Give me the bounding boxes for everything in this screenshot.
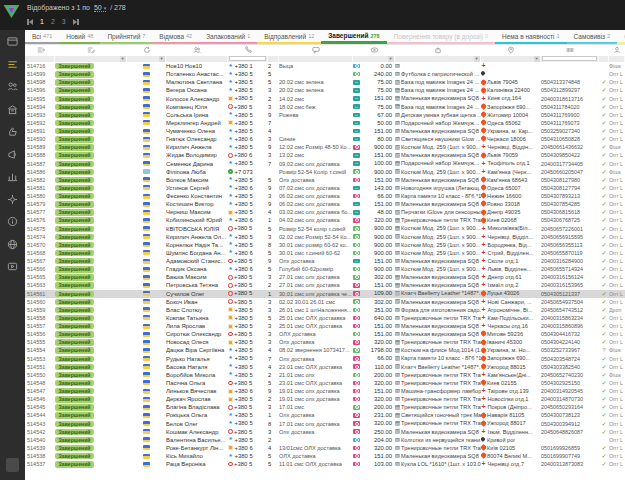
status-tab[interactable]: Відмова 42 <box>152 30 199 44</box>
order-row[interactable]: 514592 Завершений Мерклингер Андрей +380… <box>25 119 625 127</box>
order-row[interactable]: 514557 Завершений Лила Ярослав +380 5 3 … <box>25 322 625 330</box>
video-icon[interactable] <box>4 260 21 273</box>
order-row[interactable]: 514588 Завершений Жидак Володимир +380 6… <box>25 151 625 159</box>
column-check[interactable] <box>599 45 609 55</box>
globe-icon[interactable] <box>4 238 21 251</box>
order-row[interactable]: 514542 Завершений Кошмак Александр +380 … <box>25 428 625 436</box>
order-row[interactable]: 514593 Завершений Сольська Ірина +380 5 … <box>25 111 625 119</box>
status-tab[interactable]: Самовивіз 2 <box>567 30 618 44</box>
order-row[interactable]: 514539 Завершений Роке-Бетанкурт Лін... … <box>25 444 625 452</box>
order-row[interactable]: 514570 Завершений Корнелюк Надія Та... +… <box>25 241 625 249</box>
column-delivery-icon[interactable] <box>481 45 541 55</box>
column-channel-icon[interactable] <box>127 45 166 55</box>
order-row[interactable]: 514599 Завершений Потапенко Анастас... +… <box>25 70 625 78</box>
order-row[interactable]: 514568 Завершений Шумляс Богдана Ан... +… <box>25 249 625 257</box>
order-row[interactable]: 514716 Завершений Нов10 Нов10 +380 1 2 В… <box>25 62 625 70</box>
order-row[interactable]: 514547 Завершений Линьков Вячеслав +380 … <box>25 387 625 395</box>
order-row[interactable]: 514586 Завершений Філіпова Люба +7 073 Р… <box>25 168 625 176</box>
ttn-filter-input[interactable] <box>542 56 597 61</box>
first-page-button[interactable] <box>27 19 33 25</box>
order-row[interactable]: 514574 Завершений Кирилич Анжела Ол... +… <box>25 233 625 241</box>
order-row[interactable]: 514580 Завершений Фесенко Константин +38… <box>25 192 625 200</box>
clients-icon[interactable] <box>4 80 21 93</box>
order-row[interactable]: 514589 Завершений Кирилич Анжела +380 5 … <box>25 143 625 151</box>
page-number-2[interactable]: 2 <box>51 18 55 25</box>
order-row[interactable]: 514559 Завершений Влас Слотюу +380 5 3 2… <box>25 306 625 314</box>
order-row[interactable]: 514544 Завершений Рокіцька Ольга +380 5 … <box>25 411 625 419</box>
order-row[interactable]: 514550 Завершений Воробйов Микола +380 5… <box>25 371 625 379</box>
order-row[interactable]: 514548 Завершений Пасічна Ольга +380 5 5… <box>25 379 625 387</box>
order-row[interactable]: 514582 Завершений Волков Максим +380 5 5… <box>25 176 625 184</box>
order-row[interactable]: 514553 Завершений Рудько Наталья +380 5 … <box>25 355 625 363</box>
order-row[interactable]: 514561 Завершений Сучилов Олег +380 5 1 … <box>25 290 625 298</box>
order-row[interactable]: 514556 Завершений Сиротюк Олександр +380… <box>25 330 625 338</box>
stats-icon[interactable] <box>4 170 21 183</box>
column-ttn-icon[interactable] <box>541 45 599 55</box>
order-row[interactable]: 514576 Завершений Кобилинський Юрий +380… <box>25 216 625 224</box>
status-tab[interactable]: Запакований 1 <box>199 30 257 44</box>
status-tab[interactable]: Всі 471 <box>25 30 59 44</box>
column-status-icon[interactable] <box>55 45 127 55</box>
order-row[interactable]: 514538 Завершений Кісь Михайло +380 5 5 … <box>25 452 625 460</box>
order-row[interactable]: 514595 Завершений Колосок Александр +380… <box>25 95 625 103</box>
order-row[interactable]: 514551 Завершений Басова Наталя +380 5 4… <box>25 363 625 371</box>
order-row[interactable]: 514540 Завершений Валентина Василье... +… <box>25 436 625 444</box>
order-row[interactable]: 514575 Завершений КВІТОВСЬКА ЮЛІЯ +380 5… <box>25 225 625 233</box>
column-client-type-icon[interactable] <box>609 45 625 55</box>
order-row[interactable]: 514567 Завершений Адамовский Станис... +… <box>25 257 625 265</box>
status-tab[interactable]: Нема в наявності 1 <box>495 30 567 44</box>
order-row[interactable]: 514563 Завершений Петровська Тетяна +380… <box>25 281 625 289</box>
status-tab[interactable]: Прийнятий 7 <box>100 30 152 44</box>
page-size-dropdown[interactable]: 50 ▾ <box>94 4 106 12</box>
order-row[interactable]: 514587 Завершений Семенюк Дарина +380 5 … <box>25 160 625 168</box>
column-client-icon[interactable] <box>166 45 228 55</box>
filter-city-dropdown[interactable]: ▾ <box>534 56 541 62</box>
order-row[interactable]: 514546 Завершений Деркач Ярослав +380 5 … <box>25 395 625 403</box>
order-row[interactable]: 514594 Завершений Компанец Юля +380 5 3 … <box>25 103 625 111</box>
warehouse-icon[interactable] <box>4 103 21 116</box>
filter-channel-dropdown[interactable]: ▾ <box>159 56 166 62</box>
filter-product-dropdown[interactable]: ▾ <box>474 56 481 62</box>
order-row[interactable]: 514537 Завершений Раца Вероніка +380 5 5… <box>25 460 625 468</box>
page-number-1[interactable]: 1 <box>40 18 44 25</box>
filter-status-dropdown[interactable]: ▾ <box>120 56 127 62</box>
filter-payment-dropdown[interactable]: ▾ <box>388 56 395 62</box>
order-row[interactable]: 514554 Завершений Дацюк Віра Сергіївна +… <box>25 346 625 354</box>
column-product-icon[interactable] <box>395 45 481 55</box>
order-row[interactable]: 514560 Завершений Бокоч Иван +380 5 3 02… <box>25 298 625 306</box>
order-row[interactable]: 514558 Завершений Ковпак Татьяна +380 5 … <box>25 314 625 322</box>
order-row[interactable]: 514598 Завершений Малютина Светлана +380… <box>25 78 625 86</box>
status-tab[interactable]: Новий 48 <box>59 30 100 44</box>
app-logo[interactable] <box>3 4 20 19</box>
order-row[interactable]: 514566 Завершений Гладик Оксана +380 6 5… <box>25 265 625 273</box>
sidebar-scroll-thumb[interactable] <box>6 458 19 472</box>
promo-hand-icon[interactable] <box>4 125 21 138</box>
order-row[interactable]: 514545 Завершений Благіна Владіслава +38… <box>25 403 625 411</box>
column-payment-icon[interactable] <box>353 45 395 55</box>
page-number-3[interactable]: 3 <box>62 18 66 25</box>
column-id-icon[interactable] <box>25 45 55 55</box>
orders-list-icon[interactable] <box>4 58 21 71</box>
window-icon[interactable] <box>4 35 21 48</box>
status-tab[interactable]: Відправлений 12 <box>257 30 321 44</box>
order-row[interactable]: 514591 Завершений Чумаченко Олена +380 5… <box>25 127 625 135</box>
phone-filter-input[interactable] <box>229 56 266 61</box>
last-page-button[interactable] <box>73 19 79 25</box>
order-row[interactable]: 514555 Завершений Новосад Олеся +380 5 3… <box>25 338 625 346</box>
order-row[interactable]: 514590 Завершений Гнатюк Олександр +380 … <box>25 135 625 143</box>
integrations-icon[interactable] <box>4 193 21 206</box>
column-comment-icon[interactable] <box>279 45 353 55</box>
column-phone-icon[interactable] <box>228 45 268 55</box>
order-row[interactable]: 514596 Завершений Вегера Оксана +380 5 3… <box>25 86 625 94</box>
order-row[interactable]: 514579 Завершений Костишин Виктор +380 5… <box>25 200 625 208</box>
order-row[interactable]: 514565 Завершений Баюха Максим +380 5 3 … <box>25 273 625 281</box>
info-icon[interactable] <box>4 215 21 228</box>
status-tab[interactable]: Сервіси 0 <box>617 30 625 44</box>
status-tab[interactable]: Повернення товару (в дорозі) 0 <box>387 30 495 44</box>
order-row[interactable]: 514577 Завершений Черниш Максим +380 5 4… <box>25 208 625 216</box>
order-row[interactable]: 514581 Завершений Устинов Сергей +380 6 … <box>25 184 625 192</box>
status-tab[interactable]: Завершений 278 <box>321 30 386 44</box>
order-row[interactable]: 514543 Завершений Белов Олег +380 5 8 17… <box>25 420 625 428</box>
megaphone-icon[interactable] <box>4 148 21 161</box>
column-qty[interactable] <box>268 45 279 55</box>
